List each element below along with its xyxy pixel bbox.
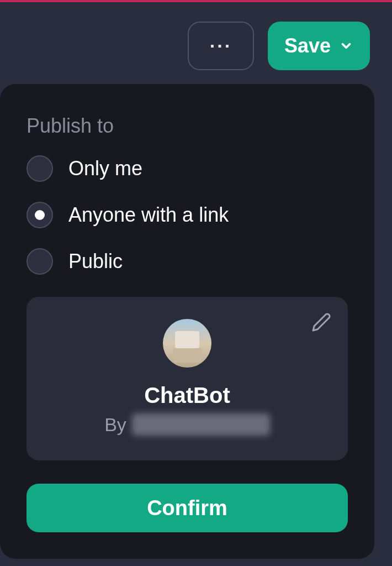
more-icon: ··· — [210, 35, 232, 57]
radio-option-anyone-link[interactable]: Anyone with a link — [27, 202, 348, 228]
bot-name: ChatBot — [144, 383, 230, 408]
author-line: By — [104, 413, 270, 436]
radio-label: Public — [68, 250, 123, 273]
preview-card: ChatBot By — [27, 297, 348, 460]
author-name-redacted — [132, 413, 270, 436]
publish-title: Publish to — [27, 114, 348, 138]
radio-option-public[interactable]: Public — [27, 248, 348, 275]
toolbar: ··· Save — [0, 2, 392, 70]
confirm-button[interactable]: Confirm — [27, 484, 348, 532]
by-prefix: By — [104, 414, 126, 436]
more-options-button[interactable]: ··· — [188, 22, 254, 70]
edit-button[interactable] — [311, 312, 331, 334]
radio-circle — [27, 248, 53, 275]
confirm-button-label: Confirm — [147, 496, 227, 520]
radio-dot-icon — [35, 210, 45, 220]
save-button[interactable]: Save — [268, 22, 370, 70]
avatar — [163, 319, 211, 368]
radio-option-only-me[interactable]: Only me — [27, 155, 348, 182]
pencil-icon — [311, 312, 331, 332]
radio-label: Only me — [68, 157, 142, 180]
radio-circle-selected — [27, 202, 53, 228]
radio-circle — [27, 155, 53, 182]
publish-options-group: Only me Anyone with a link Public — [27, 155, 348, 275]
radio-label: Anyone with a link — [68, 203, 229, 227]
chevron-down-icon — [339, 39, 353, 53]
publish-popup: Publish to Only me Anyone with a link Pu… — [0, 84, 374, 559]
save-button-label: Save — [284, 34, 331, 57]
